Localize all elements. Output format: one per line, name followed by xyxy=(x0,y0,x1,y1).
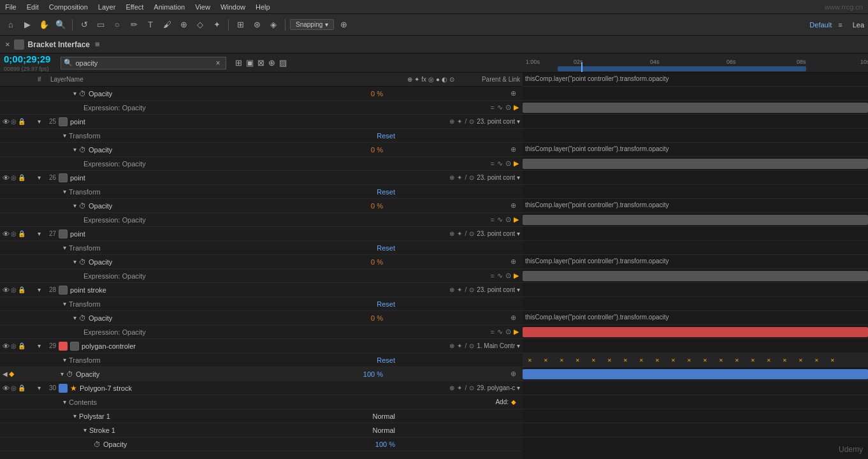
parent-26[interactable]: 23. point cont ▾ xyxy=(477,174,520,181)
expr-eq-26[interactable]: = xyxy=(491,216,495,224)
menu-animation[interactable]: Animation xyxy=(154,3,185,11)
parent-30[interactable]: 29. polygan-c ▾ xyxy=(477,384,520,391)
light-icon[interactable]: ◈ xyxy=(266,18,280,32)
reset-29[interactable]: Reset xyxy=(377,356,523,364)
list-item[interactable]: 👁 ◎ 🔒 ▾ 29 polygan-controler ⊕ ✦ / ⊙ 1. … xyxy=(0,339,523,353)
list-item[interactable]: 👁 ◎ 🔒 ▾ 27 point ⊕ ✦ / ⊙ 23. point cont … xyxy=(0,227,523,241)
reset-25[interactable]: Reset xyxy=(377,132,523,140)
close-panel-button[interactable]: × xyxy=(5,40,10,49)
kf-diamond-29[interactable]: ◆ xyxy=(9,370,14,378)
lock-icon-29[interactable]: 🔒 xyxy=(18,342,25,349)
expr-eq-28[interactable]: = xyxy=(491,328,495,336)
expand-stroke[interactable]: ▾ xyxy=(83,426,87,433)
pen-icon[interactable]: ✏ xyxy=(127,18,141,32)
expr-circle-27[interactable]: ⊙ xyxy=(505,272,511,280)
expand-op-25[interactable]: ▾ xyxy=(73,146,76,153)
expr-graph-icon[interactable]: ∿ xyxy=(497,103,503,112)
parent-28[interactable]: 23. point cont ▾ xyxy=(477,286,520,293)
rotate-icon[interactable]: ↺ xyxy=(77,18,91,32)
timeline-scrubber[interactable] xyxy=(558,66,806,71)
layer29-sw2[interactable]: ✦ xyxy=(457,342,462,349)
snap-extra-icon[interactable]: ⊕ xyxy=(336,18,351,32)
menu-window[interactable]: Window xyxy=(221,3,245,11)
layer28-sw1[interactable]: ⊕ xyxy=(449,286,454,293)
eye-icon-27[interactable]: 👁 xyxy=(3,230,10,238)
eye-icon-26[interactable]: 👁 xyxy=(3,174,10,182)
list-item[interactable]: 👁 ◎ 🔒 ▾ 25 point ⊕ ✦ / ⊙ 23. point cont … xyxy=(0,115,523,129)
expand-29[interactable]: ▾ xyxy=(38,342,41,349)
workspace-menu-icon[interactable]: ≡ xyxy=(838,21,842,29)
solo-icon-30[interactable]: ◎ xyxy=(11,384,17,391)
expand-transform-26[interactable]: ▾ xyxy=(63,188,66,195)
expand-contents[interactable]: ▾ xyxy=(63,398,66,405)
expand-polystar[interactable]: ▾ xyxy=(73,412,76,419)
expr-eq-25[interactable]: = xyxy=(491,160,495,168)
shape-oval-icon[interactable]: ○ xyxy=(110,18,124,32)
expr-play-icon[interactable]: ▶ xyxy=(514,103,519,112)
solo-icon-27[interactable]: ◎ xyxy=(11,230,17,237)
reset-26[interactable]: Reset xyxy=(377,188,523,196)
menu-edit[interactable]: Edit xyxy=(27,3,39,11)
expand-op-29[interactable]: ▾ xyxy=(61,370,64,377)
switch-icon-1[interactable]: ⊕ xyxy=(407,76,412,83)
lock-icon-27[interactable]: 🔒 xyxy=(18,230,25,237)
switch-icon-7[interactable]: ⊙ xyxy=(449,76,454,83)
eye-icon-28[interactable]: 👁 xyxy=(3,286,10,294)
expand-transform-25[interactable]: ▾ xyxy=(63,132,66,139)
select-icon[interactable]: ▶ xyxy=(20,18,34,32)
expr-eq-icon[interactable]: = xyxy=(491,104,495,112)
layer29-link[interactable]: ⊙ xyxy=(469,342,474,349)
list-item[interactable]: ▾ ⏱ Opacity 0 % ⊕ xyxy=(0,255,523,269)
list-item[interactable]: 👁 ◎ 🔒 ▾ 30 ★ Polygon-7 strock ⊕ ✦ / ⊙ 29… xyxy=(0,381,523,395)
expr-play-27[interactable]: ▶ xyxy=(514,272,519,280)
layer-link-25[interactable]: ⊙ xyxy=(469,118,474,125)
layer26-sw3[interactable]: / xyxy=(465,174,467,181)
expr-graph-27[interactable]: ∿ xyxy=(497,272,503,280)
expr-circle-icon[interactable]: ⊙ xyxy=(505,103,511,112)
add-icon[interactable]: ◆ xyxy=(511,398,516,405)
solo-icon-25[interactable]: ◎ xyxy=(11,118,17,125)
lock-icon-25[interactable]: 🔒 xyxy=(18,118,25,125)
layer27-sw2[interactable]: ✦ xyxy=(457,230,462,237)
layer-switch-3[interactable]: / xyxy=(465,118,467,125)
list-item[interactable]: 👁 ◎ 🔒 ▾ 28 point stroke ⊕ ✦ / ⊙ 23. poin… xyxy=(0,283,523,297)
eraser-icon[interactable]: ◇ xyxy=(193,18,207,32)
layer30-sw1[interactable]: ⊕ xyxy=(449,384,454,391)
list-item[interactable]: ▾ Transform Reset xyxy=(0,129,523,143)
expr-play-28[interactable]: ▶ xyxy=(514,328,519,336)
menu-help[interactable]: Help xyxy=(256,3,270,11)
expand-transform-29[interactable]: ▾ xyxy=(63,356,66,363)
reset-27[interactable]: Reset xyxy=(377,244,523,252)
layer-switch-1[interactable]: ⊕ xyxy=(449,118,454,125)
layer26-sw2[interactable]: ✦ xyxy=(457,174,462,181)
expand-op-26[interactable]: ▾ xyxy=(73,202,76,209)
expr-graph-28[interactable]: ∿ xyxy=(497,328,503,336)
layer30-link[interactable]: ⊙ xyxy=(469,384,474,391)
expr-eq-27[interactable]: = xyxy=(491,272,495,280)
layer27-link[interactable]: ⊙ xyxy=(469,230,474,237)
switch-icon-3[interactable]: fx xyxy=(421,76,426,83)
expand-transform-28[interactable]: ▾ xyxy=(63,300,66,307)
eye-icon-29[interactable]: 👁 xyxy=(3,342,10,350)
reset-28[interactable]: Reset xyxy=(377,300,523,308)
panel-menu-icon[interactable]: ≡ xyxy=(95,40,100,49)
zoom-icon[interactable]: 🔍 xyxy=(54,18,68,32)
expand-opacity-icon[interactable]: ▾ xyxy=(73,90,76,97)
solo-icon-26[interactable]: ◎ xyxy=(11,174,17,181)
layer29-sw3[interactable]: / xyxy=(465,342,467,349)
text-icon[interactable]: T xyxy=(143,18,157,32)
expr-graph-25[interactable]: ∿ xyxy=(497,159,503,168)
kf-left-arrow-29[interactable]: ◀ xyxy=(3,370,8,377)
expand-26[interactable]: ▾ xyxy=(38,174,41,181)
brush-icon[interactable]: 🖌 xyxy=(160,18,174,32)
camera2-icon[interactable]: ▨ xyxy=(279,58,287,68)
list-item[interactable]: ▾ Contents Add: ◆ xyxy=(0,395,523,409)
parent-27[interactable]: 23. point cont ▾ xyxy=(477,230,520,237)
composition-icon[interactable]: ⊞ xyxy=(235,58,242,68)
expr-graph-26[interactable]: ∿ xyxy=(497,215,503,224)
stamp-icon[interactable]: ⊕ xyxy=(177,18,191,32)
layer29-sw1[interactable]: ⊕ xyxy=(449,342,454,349)
list-item[interactable]: ▾ Transform Reset xyxy=(0,185,523,199)
expand-op-27[interactable]: ▾ xyxy=(73,258,76,265)
list-item[interactable]: ▾ Polystar 1 Normal xyxy=(0,409,523,423)
